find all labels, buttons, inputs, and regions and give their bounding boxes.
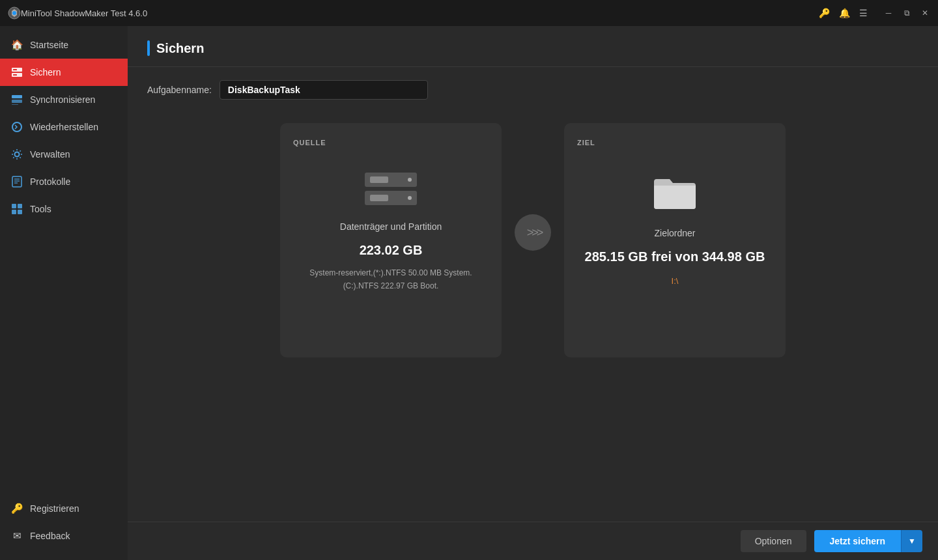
- app-logo: [8, 7, 21, 20]
- titlebar-actions: 🔑 🔔 ☰ ─ ⧉ ✕: [819, 8, 930, 18]
- dest-path: I:\: [672, 276, 679, 286]
- svg-rect-11: [12, 176, 21, 187]
- disk-dot-bottom: [408, 196, 412, 200]
- task-name-label: Aufgabenname:: [147, 85, 212, 95]
- sidebar-item-registrieren[interactable]: 🔑 Registrieren: [0, 495, 128, 522]
- sidebar-label-feedback: Feedback: [30, 531, 70, 541]
- source-description: System-reserviert,(*:).NTFS 50.00 MB Sys…: [309, 267, 472, 292]
- tools-icon: [10, 203, 23, 216]
- dest-card[interactable]: ZIEL Zielordner 285.15 GB frei von 344.9…: [564, 123, 786, 357]
- minimize-button[interactable]: ─: [883, 8, 894, 18]
- sidebar-bottom: 🔑 Registrieren ✉ Feedback: [0, 495, 128, 555]
- dest-card-label: ZIEL: [577, 139, 595, 147]
- sidebar-item-feedback[interactable]: ✉ Feedback: [0, 522, 128, 550]
- titlebar: MiniTool ShadowMaker Test 4.6.0 🔑 🔔 ☰ ─ …: [0, 0, 938, 26]
- svg-rect-7: [12, 100, 22, 103]
- source-card[interactable]: QUELLE Datenträger und Partition 223.02 …: [280, 123, 502, 357]
- app-title: MiniTool ShadowMaker Test 4.6.0: [21, 8, 819, 18]
- task-name-row: Aufgabenname:: [128, 67, 938, 110]
- svg-rect-18: [18, 210, 22, 214]
- logs-icon: [10, 175, 23, 188]
- backup-now-button[interactable]: Jetzt sichern: [814, 530, 902, 552]
- folder-icon: [651, 173, 698, 212]
- sidebar-label-tools: Tools: [30, 204, 51, 214]
- bell-icon[interactable]: 🔔: [839, 8, 850, 18]
- svg-rect-6: [12, 95, 22, 98]
- svg-point-10: [15, 152, 20, 157]
- key-sidebar-icon: 🔑: [10, 502, 23, 515]
- sidebar-item-verwalten[interactable]: Verwalten: [0, 141, 128, 168]
- content-area: Sichern Aufgabenname: QUELLE Datentr: [128, 26, 938, 560]
- svg-rect-8: [12, 104, 18, 105]
- sidebar-item-startseite[interactable]: 🏠 Startseite: [0, 31, 128, 59]
- sidebar-item-protokolle[interactable]: Protokolle: [0, 168, 128, 195]
- source-size: 223.02 GB: [360, 243, 423, 258]
- cards-area: QUELLE Datenträger und Partition 223.02 …: [128, 110, 938, 522]
- backup-button-group: Jetzt sichern ▼: [814, 530, 922, 552]
- arrow-icon: >>>: [524, 226, 542, 240]
- sidebar-label-registrieren: Registrieren: [30, 503, 79, 514]
- sidebar: 🏠 Startseite Sichern: [0, 26, 128, 560]
- svg-rect-16: [18, 204, 22, 208]
- sidebar-item-sichern[interactable]: Sichern: [0, 59, 128, 86]
- mail-icon: ✉: [10, 529, 23, 542]
- header-accent: [147, 40, 150, 56]
- disk-icon: [365, 173, 417, 205]
- svg-rect-17: [12, 210, 16, 214]
- sidebar-label-wiederherstellen: Wiederherstellen: [30, 122, 98, 132]
- sidebar-item-synchronisieren[interactable]: Synchronisieren: [0, 86, 128, 113]
- key-icon[interactable]: 🔑: [819, 8, 830, 18]
- options-button[interactable]: Optionen: [741, 530, 806, 552]
- sidebar-label-synchronisieren: Synchronisieren: [30, 94, 95, 105]
- source-type-label: Datenträger und Partition: [340, 219, 442, 234]
- sidebar-label-startseite: Startseite: [30, 40, 68, 50]
- dest-type-label: Zielordner: [654, 226, 695, 240]
- disk-dot-top: [408, 178, 412, 182]
- disk-slot-top: [365, 173, 417, 187]
- svg-rect-15: [12, 204, 16, 208]
- close-button[interactable]: ✕: [920, 8, 930, 18]
- task-name-input[interactable]: [220, 80, 428, 100]
- arrow-button[interactable]: >>>: [515, 214, 551, 251]
- disk-slot-bottom: [365, 191, 417, 205]
- page-header: Sichern: [128, 26, 938, 67]
- sidebar-label-protokolle: Protokolle: [30, 176, 70, 187]
- manage-icon: [10, 148, 23, 161]
- sidebar-label-sichern: Sichern: [30, 67, 61, 77]
- menu-icon[interactable]: ☰: [859, 8, 868, 18]
- backup-dropdown-button[interactable]: ▼: [901, 530, 922, 552]
- window-controls: ─ ⧉ ✕: [883, 8, 930, 18]
- restore-icon: [10, 120, 23, 133]
- svg-rect-4: [13, 69, 17, 70]
- main-layout: 🏠 Startseite Sichern: [0, 26, 938, 560]
- page-title: Sichern: [156, 41, 204, 56]
- svg-point-1: [12, 11, 16, 15]
- sync-icon: [10, 93, 23, 106]
- svg-rect-5: [13, 74, 17, 76]
- dest-free-space: 285.15 GB frei von 344.98 GB: [585, 249, 765, 264]
- source-card-label: QUELLE: [293, 139, 326, 147]
- restore-button[interactable]: ⧉: [902, 8, 912, 18]
- sidebar-item-tools[interactable]: Tools: [0, 195, 128, 223]
- sidebar-item-wiederherstellen[interactable]: Wiederherstellen: [0, 113, 128, 141]
- bottom-bar: Optionen Jetzt sichern ▼: [128, 522, 938, 560]
- home-icon: 🏠: [10, 38, 23, 51]
- sidebar-label-verwalten: Verwalten: [30, 149, 70, 160]
- backup-icon: [10, 66, 23, 79]
